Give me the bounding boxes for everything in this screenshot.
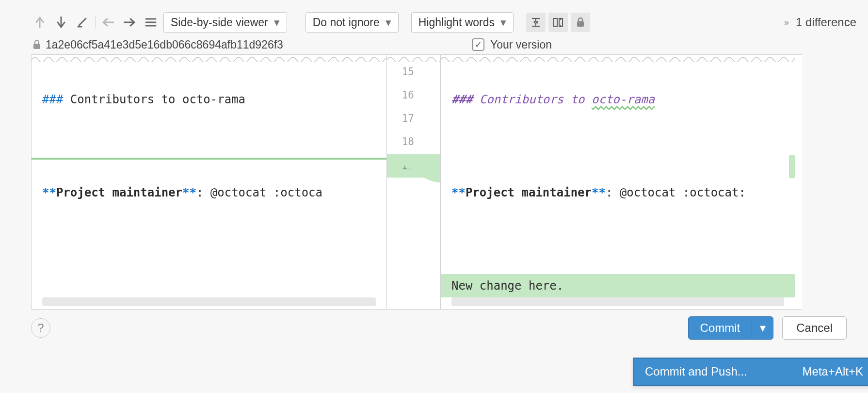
line-number: 16	[402, 89, 414, 101]
right-panel[interactable]: ### Contributors to octo-rama **Project …	[440, 54, 795, 310]
fold-indicator-icon	[441, 55, 795, 62]
svg-rect-0	[554, 18, 557, 26]
toggle-group	[526, 13, 590, 32]
line-number: 17	[402, 113, 414, 124]
fold-indicator-icon	[32, 55, 386, 62]
insertion-marker	[32, 158, 386, 160]
line-gutter: 15 16 17 18 19	[387, 54, 440, 310]
svg-rect-3	[33, 44, 40, 49]
commit-menu-item[interactable]: Commit and Push... Meta+Alt+K	[633, 358, 868, 386]
subheader: 1a2e06cf5a41e3d5e16db066c8694afb11d926f3…	[12, 35, 856, 54]
left-code: ### Contributors to octo-rama **Project …	[32, 62, 386, 251]
code-line: ### Contributors to octo-rama	[451, 88, 784, 111]
include-file-checkbox[interactable]	[472, 38, 484, 51]
commit-button-label: Commit	[689, 321, 752, 335]
chevron-down-icon: ▾	[500, 16, 506, 29]
edit-button[interactable]	[74, 14, 91, 31]
right-stripe	[795, 54, 802, 310]
ignore-mode-dropdown[interactable]: Do not ignore ▾	[305, 12, 399, 33]
next-diff-button[interactable]	[52, 14, 70, 31]
line-number: 19	[402, 160, 414, 172]
prev-diff-button[interactable]	[31, 14, 48, 31]
shortcut-label: Meta+Alt+K	[803, 365, 863, 378]
your-version-label: Your version	[490, 38, 552, 51]
code-line: **Project maintainer**: @octocat :octoca…	[451, 181, 784, 204]
added-gutter-row: 19	[387, 154, 440, 178]
left-panel[interactable]: ### Contributors to octo-rama **Project …	[31, 54, 387, 310]
footer: ? Commit ▾ Cancel	[12, 310, 856, 346]
code-line	[451, 228, 784, 251]
code-line	[42, 134, 376, 158]
line-number: 15	[402, 66, 414, 78]
collapse-unchanged-button[interactable]	[526, 13, 546, 32]
right-code: ### Contributors to octo-rama **Project …	[441, 62, 795, 310]
commit-hash-label: 1a2e06cf5a41e3d5e16db066c8694afb11d926f3	[46, 38, 283, 51]
line-number: 18	[402, 136, 414, 147]
code-line: **Project maintainer**: @octocat :octoca	[42, 181, 376, 204]
svg-rect-2	[577, 21, 584, 27]
ignore-mode-label: Do not ignore	[313, 16, 380, 29]
separator-icon	[95, 16, 96, 29]
commit-split-button[interactable]: Commit ▾	[688, 316, 774, 340]
list-button[interactable]	[142, 14, 160, 31]
cancel-button[interactable]: Cancel	[782, 316, 847, 340]
highlight-mode-dropdown[interactable]: Highlight words ▾	[411, 12, 514, 33]
diff-count-label: 1 difference	[796, 16, 856, 29]
chevron-down-icon: ▾	[274, 16, 280, 29]
diff-toolbar: Side-by-side viewer ▾ Do not ignore ▾ Hi…	[12, 10, 856, 35]
forward-button[interactable]	[121, 14, 138, 31]
code-line	[451, 134, 784, 158]
added-line: New change here.	[441, 274, 795, 297]
cancel-button-label: Cancel	[796, 321, 833, 335]
lock-button[interactable]	[571, 13, 590, 32]
overflow-icon[interactable]: »	[784, 17, 787, 28]
viewer-mode-label: Side-by-side viewer	[171, 16, 268, 29]
commit-and-push-label: Commit and Push...	[645, 365, 747, 378]
overview-ruler[interactable]	[789, 55, 795, 309]
horizontal-scrollbar[interactable]	[42, 297, 376, 306]
viewer-mode-dropdown[interactable]: Side-by-side viewer ▾	[163, 12, 287, 33]
back-button[interactable]	[99, 14, 117, 31]
lock-icon	[33, 40, 41, 49]
overview-mark	[789, 155, 795, 178]
chevron-down-icon: ▾	[386, 16, 391, 29]
help-button[interactable]: ?	[31, 318, 50, 338]
include-hunk-checkbox[interactable]	[418, 160, 431, 172]
fold-indicator-icon	[387, 55, 440, 62]
horizontal-scrollbar[interactable]	[451, 297, 784, 306]
code-line: ### Contributors to octo-rama	[42, 88, 376, 111]
highlight-mode-label: Highlight words	[418, 16, 495, 29]
diff-panels: ### Contributors to octo-rama **Project …	[12, 54, 856, 310]
sync-scroll-button[interactable]	[548, 13, 568, 32]
commit-dropdown-toggle[interactable]: ▾	[752, 317, 773, 339]
